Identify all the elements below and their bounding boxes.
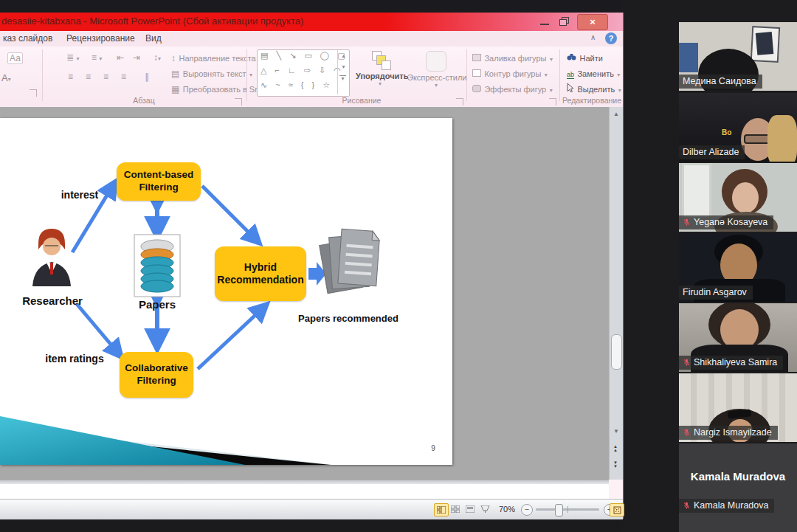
shape-outline-button[interactable]: Контур фигуры ▾ (472, 66, 548, 80)
numbering-button[interactable]: ≡ ▾ (92, 52, 102, 64)
dropdown-icon: ▾ (550, 87, 553, 94)
zoom-out-button[interactable]: − (521, 504, 533, 516)
restore-icon-back (559, 19, 567, 26)
tab-view[interactable]: Вид (142, 31, 165, 46)
align-text-button[interactable]: ▤ Выровнять текст ▾ (171, 66, 252, 80)
tab-review[interactable]: Рецензирование (63, 31, 138, 46)
shape-gallery-scroll[interactable]: ▲ ▼ ▼ (337, 50, 349, 94)
change-case-icon[interactable]: Аа (7, 52, 23, 64)
participant-name-label: Медина Саидова (679, 75, 762, 89)
next-slide-button[interactable]: ▼▼ (613, 461, 619, 469)
shape-gallery-row1: ▤ ╲ ↘ ▭ ◯ ▢ (261, 51, 336, 61)
notes-pane[interactable] (0, 484, 609, 500)
participant-name-label: Kamala Muradova (679, 499, 774, 513)
participant-tile[interactable]: Nargiz Ismayilzade (679, 373, 797, 442)
replace-icon: ab (567, 71, 574, 79)
scroll-up-button[interactable]: ▲ (610, 108, 623, 120)
dropdown-icon: ▾ (249, 72, 252, 78)
vertical-scrollbar[interactable]: ▲ ▼ ▲▲ ▼▼ (609, 107, 623, 480)
papers-recommended-label: Papers recommended (294, 313, 403, 324)
slide-sorter-view-button[interactable] (449, 503, 462, 515)
gallery-more-icon[interactable]: ▼ (339, 75, 346, 81)
line-spacing-button[interactable]: ↕▾ (153, 52, 161, 64)
participant-tile[interactable]: Медина Саидова (679, 22, 797, 91)
shape-fill-button[interactable]: Заливка фигуры ▾ (472, 51, 553, 64)
papers-stack-icon (320, 229, 380, 293)
bullets-button[interactable]: ≣ ▾ (66, 52, 79, 64)
quick-styles-button[interactable]: Экспресс-стили ▾ (407, 49, 465, 89)
font-color-icon[interactable]: А▾ (1, 73, 11, 85)
decrease-indent-button[interactable]: ⇤ (117, 52, 124, 63)
dropdown-icon: ▾ (617, 72, 620, 78)
tab-slideshow[interactable]: каз слайдов (0, 31, 55, 46)
align-text-icon: ▤ (171, 69, 179, 79)
text-direction-icon: ↕ (171, 53, 176, 63)
shape-gallery-row2: △ ⌐ ∟ ⇨ ⇩ ◠ (261, 66, 336, 75)
hybrid-recommendation-node[interactable]: Hybrid Recommendation (215, 246, 306, 301)
scrollbar-thumb[interactable] (611, 334, 622, 370)
scroll-down-icon[interactable]: ▼ (338, 64, 349, 69)
participant-name-label: Firudin Asgarov (679, 286, 753, 300)
title-bar[interactable]: desasiie-kitabxana - Microsoft PowerPoin… (0, 13, 623, 31)
text-direction-button[interactable]: ↕ Направление текста ▾ (171, 51, 262, 64)
minimize-button[interactable] (536, 15, 555, 28)
picture-content (756, 32, 774, 55)
participant-tile[interactable]: Shikhaliyeva Samira (679, 303, 797, 372)
participant-tile[interactable]: Bo Dilber Alizade (679, 93, 797, 162)
binoculars-icon (567, 53, 576, 61)
dropdown-icon: ▾ (158, 55, 161, 62)
minimize-icon (540, 24, 549, 25)
font-dialog-launcher[interactable] (30, 89, 37, 97)
shape-effects-button[interactable]: Эффекты фигур ▾ (472, 82, 553, 95)
dropdown-icon: ▾ (99, 55, 102, 62)
item-ratings-edge-label: item ratings (34, 353, 115, 365)
align-left-button[interactable]: ≡ (68, 72, 73, 82)
arrange-button[interactable]: Упорядочить ▾ (356, 49, 404, 87)
researcher-label: Researcher (9, 294, 96, 307)
drawing-dialog-launcher[interactable] (456, 98, 463, 106)
shape-gallery[interactable]: ▤ ╲ ↘ ▭ ◯ ▢ △ ⌐ ∟ ⇨ ⇩ ◠ ∿ ~ ≈ { } ☆ ▲ ▼ … (257, 49, 350, 97)
shape-gallery-row3: ∿ ~ ≈ { } ☆ (261, 80, 336, 90)
reading-view-button[interactable] (463, 503, 477, 515)
zoom-slider[interactable] (536, 508, 599, 511)
participant-name-label: Shikhaliyeva Samira (679, 356, 783, 370)
shape-outline-icon (472, 69, 481, 77)
participant-name-label: Nargiz Ismayilzade (679, 426, 778, 440)
replace-button[interactable]: ab Заменить ▾ (567, 66, 620, 80)
restore-button[interactable] (555, 15, 574, 28)
format-dialog-launcher[interactable] (549, 98, 556, 106)
dropdown-icon: ▾ (8, 76, 11, 83)
fit-slide-icon (613, 506, 621, 514)
increase-indent-button[interactable]: ⇥ (133, 52, 140, 63)
help-icon[interactable]: ? (605, 32, 617, 44)
justify-button[interactable]: ≡ (121, 72, 126, 82)
select-button[interactable]: Выделить ▾ (567, 82, 621, 95)
fit-slide-button[interactable] (610, 503, 624, 517)
papers-database-icon (134, 235, 180, 297)
previous-slide-button[interactable]: ▲▲ (613, 445, 619, 452)
close-button[interactable]: × (577, 14, 608, 30)
slideshow-view-button[interactable] (478, 503, 491, 515)
participant-tile[interactable]: Firudin Asgarov (679, 233, 797, 302)
dropdown-icon: ▾ (76, 55, 79, 62)
video-frame: Kamala Muradova (679, 443, 797, 532)
normal-view-button[interactable] (434, 503, 449, 517)
collaborative-filtering-node[interactable]: Collaborative Filtering (120, 352, 193, 398)
participant-tile[interactable]: Yeganə Kosayeva (679, 163, 797, 232)
paragraph-dialog-launcher[interactable] (235, 98, 242, 106)
zoom-level[interactable]: 70% (499, 505, 515, 514)
collapse-ribbon-icon[interactable]: ∧ (590, 33, 596, 41)
slide-canvas[interactable]: Content-based Filtering Hybrid Recommend… (0, 118, 452, 465)
scroll-down-button[interactable]: ▼ (610, 426, 623, 438)
content-based-filtering-node[interactable]: Content-based Filtering (117, 162, 201, 201)
find-button[interactable]: Найти (567, 51, 603, 64)
scroll-up-icon[interactable]: ▲ (338, 53, 349, 58)
zoom-slider-thumb[interactable] (555, 504, 563, 517)
participant-name: Dilber Alizade (683, 147, 739, 157)
align-right-button[interactable]: ≡ (103, 72, 108, 82)
columns-button[interactable]: ∥ (145, 72, 149, 82)
align-center-button[interactable]: ≡ (86, 72, 91, 82)
participant-name: Медина Саидова (683, 76, 756, 86)
participant-tile[interactable]: Kamala Muradova Kamala Muradova (679, 443, 797, 532)
dropdown-icon: ▾ (356, 80, 404, 87)
